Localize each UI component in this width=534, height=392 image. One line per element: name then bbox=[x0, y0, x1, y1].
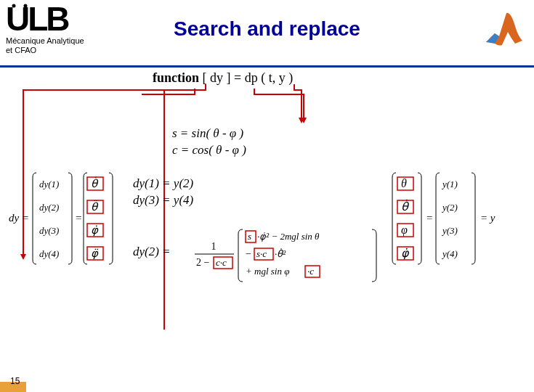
dy3: dy(3) = y(4) bbox=[133, 192, 193, 209]
left-matrix: dy = dy(1) dy(2) dy(3) dy(4) = θ̇ θ̈ φ̇ … bbox=[9, 167, 132, 271]
svg-text:y(4): y(4) bbox=[441, 248, 458, 259]
svg-text:dy(1): dy(1) bbox=[39, 179, 59, 189]
function-rest: [ dy ] = dp ( t, y ) bbox=[199, 70, 293, 85]
function-keyword: function bbox=[153, 70, 199, 85]
svg-text:dy(3): dy(3) bbox=[39, 225, 59, 236]
dept-line1: Mécanique Analytique bbox=[6, 36, 84, 45]
header-divider bbox=[0, 65, 534, 68]
svg-text:·φ̇² − 2mgl sin θ: ·φ̇² − 2mgl sin θ bbox=[257, 231, 320, 242]
ulb-logo: ULB bbox=[6, 1, 100, 41]
dept-line2: et CFAO bbox=[6, 46, 36, 54]
s-def: s = sin( θ - φ ) bbox=[172, 126, 246, 142]
dy2-label: dy(2) = bbox=[133, 245, 171, 259]
svg-text:= y: = y bbox=[480, 212, 495, 224]
svg-text:θ: θ bbox=[401, 177, 407, 189]
svg-text:ULB: ULB bbox=[6, 1, 69, 38]
svg-text:φ̇: φ̇ bbox=[401, 247, 410, 260]
svg-text:dy(2): dy(2) bbox=[39, 202, 59, 213]
right-matrix: θ θ̇ φ φ̇ = y(1) y(2) y(3) y(4) = y bbox=[390, 167, 528, 271]
svg-text:θ̇: θ̇ bbox=[91, 176, 99, 189]
svg-text:y(3): y(3) bbox=[441, 225, 458, 236]
svg-text:+ mgl sin φ: + mgl sin φ bbox=[246, 266, 289, 277]
svg-text:s: s bbox=[248, 231, 251, 242]
svg-text:φ: φ bbox=[401, 224, 408, 237]
dy-assignments: dy(1) = y(2) dy(3) = y(4) bbox=[133, 176, 193, 209]
svg-text:1: 1 bbox=[211, 241, 217, 252]
dy-equals: dy = bbox=[9, 212, 29, 224]
svg-text:φ̇: φ̇ bbox=[91, 224, 99, 237]
svg-text:=: = bbox=[426, 212, 432, 224]
svg-text:θ̈: θ̈ bbox=[91, 200, 99, 213]
svg-text:y(1): y(1) bbox=[441, 179, 458, 189]
matlab-logo bbox=[479, 6, 528, 55]
slide-title: Search and replace bbox=[174, 17, 360, 41]
svg-text:c·c: c·c bbox=[216, 257, 227, 268]
svg-text:·c: ·c bbox=[307, 266, 314, 277]
svg-point-1 bbox=[12, 4, 16, 8]
svg-text:·θ̇²: ·θ̇² bbox=[275, 248, 286, 259]
c-def: c = cos( θ - φ ) bbox=[172, 142, 246, 159]
svg-text:φ̈: φ̈ bbox=[91, 248, 99, 260]
svg-text:2 −: 2 − bbox=[196, 257, 210, 268]
substitution-block: s = sin( θ - φ ) c = cos( θ - φ ) bbox=[172, 126, 246, 159]
svg-text:s·c: s·c bbox=[256, 248, 267, 259]
svg-text:θ̇: θ̇ bbox=[401, 199, 410, 213]
svg-text:=: = bbox=[76, 212, 81, 224]
svg-point-2 bbox=[24, 4, 28, 8]
function-signature: function [ dy ] = dp ( t, y ) bbox=[153, 70, 293, 86]
svg-text:y(2): y(2) bbox=[441, 202, 458, 213]
svg-text:dy(4): dy(4) bbox=[39, 248, 59, 259]
page-number: 15 bbox=[10, 376, 20, 386]
svg-marker-5 bbox=[301, 118, 307, 123]
fraction-expression: 1 2 − c·c s ·φ̇² − 2mgl sin θ − s·c ·θ̇²… bbox=[190, 225, 379, 293]
department-label: Mécanique Analytique et CFAO bbox=[6, 36, 84, 55]
svg-text:−: − bbox=[246, 248, 251, 259]
dy1: dy(1) = y(2) bbox=[133, 176, 193, 192]
